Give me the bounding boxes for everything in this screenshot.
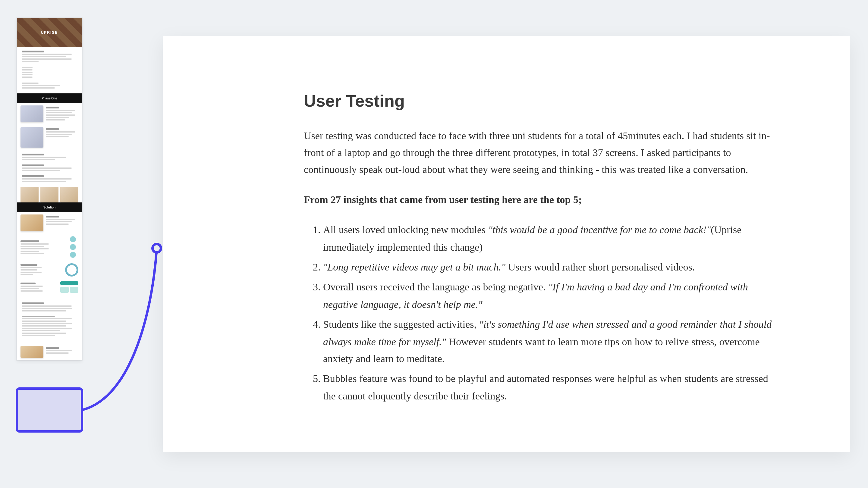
minimap-section-solution: Solution (17, 202, 82, 212)
insight-post: Users would rather short personalised vi… (505, 261, 695, 273)
insight-pre: All users loved unlocking new modules (323, 224, 488, 235)
lead-text: From 27 insights that came from user tes… (304, 194, 582, 205)
insight-pre: Overall users received the language as b… (323, 281, 548, 293)
minimap-below-row (17, 344, 82, 360)
thumbnail-icon (21, 127, 43, 148)
insight-item: All users loved unlocking new modules "t… (323, 222, 778, 257)
progress-ring-icon (65, 263, 79, 276)
minimap-solution-row-1 (17, 212, 82, 234)
insight-item: Bubbles feature was found to be playful … (323, 371, 778, 406)
minimap-viewport-indicator[interactable] (16, 387, 83, 432)
minimap-section-phase: Phase One (17, 93, 82, 103)
thumbnail-icon (21, 105, 43, 122)
bubbles-icon (70, 236, 79, 258)
minimap-current-section (17, 295, 82, 344)
insights-list: All users loved unlocking new modules "t… (304, 222, 778, 405)
thumbnail-icon (21, 215, 43, 231)
insight-item: Students like the suggested activities, … (323, 316, 778, 368)
teal-cards-icon (60, 287, 79, 293)
thumbnail-icon (21, 346, 43, 358)
insight-quote: "this would be a good incentive for me t… (488, 224, 711, 235)
brand-label: UPRISE (41, 31, 58, 34)
teal-bar-icon (60, 281, 79, 285)
minimap-research-row-1 (17, 103, 82, 125)
section-heading: User Testing (304, 92, 778, 111)
svg-point-0 (153, 244, 161, 253)
minimap-hero: UPRISE (17, 18, 82, 47)
minimap-image-strip (17, 187, 82, 202)
minimap-circle-row (17, 260, 82, 279)
phase-label: Phase One (41, 96, 57, 100)
minimap-thumbnail[interactable]: UPRISE Phase One (17, 18, 82, 360)
lead-paragraph: From 27 insights that came from user tes… (304, 192, 778, 208)
minimap-mid-text (17, 150, 82, 187)
insight-item: Overall users received the language as b… (323, 279, 778, 314)
minimap-bubbles-row (17, 234, 82, 260)
detail-panel: User Testing User testing was conducted … (163, 36, 850, 452)
intro-paragraph: User testing was conducted face to face … (304, 128, 778, 178)
solution-label: Solution (43, 205, 56, 209)
minimap-teal-row (17, 279, 82, 295)
insight-quote: "Long repetitive videos may get a bit mu… (323, 261, 505, 273)
minimap-research-row-2 (17, 125, 82, 150)
insight-item: "Long repetitive videos may get a bit mu… (323, 259, 778, 276)
minimap-intro-text (17, 47, 82, 93)
insight-pre: Bubbles feature was found to be playful … (323, 373, 768, 402)
insight-pre: Students like the suggested activities, (323, 318, 479, 330)
